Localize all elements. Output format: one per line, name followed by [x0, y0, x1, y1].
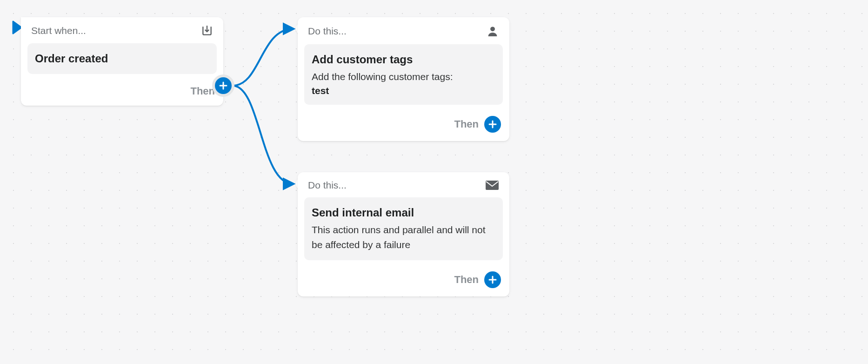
action2-title: Send internal email — [312, 206, 495, 220]
add-step-after-action2-button[interactable] — [484, 271, 501, 288]
trigger-header-label: Start when... — [31, 25, 86, 36]
action2-footer: Then — [298, 267, 509, 297]
trigger-card-header: Start when... — [21, 17, 223, 43]
action1-title: Add customer tags — [312, 53, 495, 67]
action2-description: This action runs and parallel and will n… — [312, 222, 495, 252]
action2-then-label: Then — [454, 274, 479, 286]
action1-body: Add customer tags Add the following cust… — [304, 44, 503, 105]
action1-then-label: Then — [454, 118, 479, 130]
mail-icon — [485, 180, 499, 190]
action2-body: Send internal email This action runs and… — [304, 197, 503, 260]
download-box-icon — [201, 25, 213, 37]
workflow-canvas[interactable]: Start when... Order created Then Do this… — [0, 0, 868, 364]
action2-header: Do this... — [298, 172, 509, 197]
action1-footer: Then — [298, 111, 509, 141]
action1-description: Add the following customer tags: — [312, 69, 495, 84]
add-step-after-trigger-button[interactable] — [215, 77, 232, 94]
trigger-title: Order created — [35, 52, 209, 66]
action2-header-label: Do this... — [308, 180, 347, 191]
trigger-card[interactable]: Start when... Order created Then — [21, 17, 223, 106]
trigger-card-footer: Then — [21, 81, 223, 106]
add-step-after-action1-button[interactable] — [484, 116, 501, 133]
svg-point-0 — [490, 27, 495, 31]
action1-tag-value: test — [312, 85, 495, 96]
user-icon — [486, 25, 499, 38]
svg-rect-1 — [486, 181, 499, 190]
trigger-then-label: Then — [190, 85, 215, 97]
action-card-send-internal-email[interactable]: Do this... Send internal email This acti… — [298, 172, 509, 297]
action1-header-label: Do this... — [308, 26, 347, 37]
action1-header: Do this... — [298, 17, 509, 44]
action-card-add-customer-tags[interactable]: Do this... Add customer tags Add the fol… — [298, 17, 509, 141]
trigger-card-body: Order created — [27, 43, 217, 74]
